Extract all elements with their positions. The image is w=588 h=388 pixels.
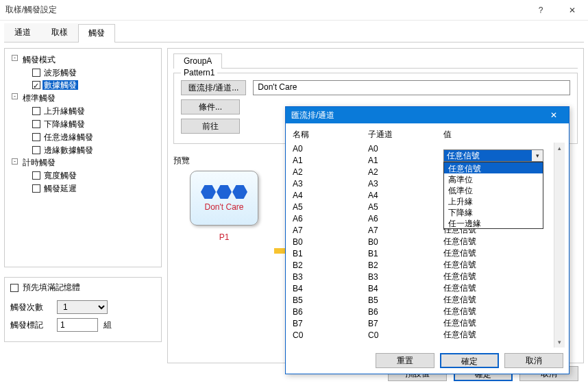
- trigger-mode-tree-panel: -觸發模式波形觸發數據觸發-標準觸發上升緣觸發下降緣觸發任意邊緣觸發邊緣數據觸發…: [4, 48, 162, 267]
- tree-group-label[interactable]: 計時觸發: [21, 158, 57, 167]
- dialog-footer: 重置 確定 取消: [286, 348, 569, 374]
- tree-expander-icon[interactable]: -: [12, 55, 18, 61]
- row-name: B6: [293, 307, 368, 317]
- bus-channel-dialog: 匯流排/通道 ✕ 名稱 子通道 值 A0A0A1A1任意信號A2A2任意信號A3…: [285, 106, 569, 374]
- bus-channel-button[interactable]: 匯流排/通道...: [181, 80, 246, 95]
- tree-item-label[interactable]: 觸發延遲: [42, 184, 78, 193]
- tree-item-label[interactable]: 數據觸發: [42, 80, 78, 90]
- dialog-cancel-button[interactable]: 取消: [504, 353, 563, 368]
- list-row[interactable]: B7B7任意信號: [290, 317, 565, 329]
- row-subchannel: B1: [368, 249, 443, 258]
- goto-button[interactable]: 前往: [181, 119, 240, 134]
- chevron-down-icon[interactable]: ▾: [532, 150, 543, 161]
- tree-item-label[interactable]: 邊緣數據觸發: [42, 145, 95, 155]
- row-value: 任意信號: [443, 294, 551, 306]
- tree-item-label[interactable]: 寬度觸發: [42, 171, 78, 180]
- dialog-titlebar[interactable]: 匯流排/通道 ✕: [286, 107, 569, 123]
- tree-item-checkbox[interactable]: [32, 146, 40, 154]
- row-subchannel: C0: [368, 330, 443, 340]
- dialog-ok-button[interactable]: 確定: [440, 353, 499, 368]
- value-combobox[interactable]: 任意信號 ▾: [443, 149, 543, 162]
- row-subchannel: A1: [368, 156, 443, 165]
- tab-trigger[interactable]: 觸發: [78, 24, 115, 43]
- row-subchannel: B4: [368, 284, 443, 293]
- tab-channel[interactable]: 通道: [4, 23, 41, 42]
- tree-item-checkbox[interactable]: [32, 120, 40, 128]
- row-name: A0: [293, 144, 368, 154]
- row-name: A5: [293, 202, 368, 212]
- dialog-title: 匯流排/通道: [291, 110, 544, 121]
- dropdown-option[interactable]: 下降緣: [444, 206, 543, 217]
- row-name: B7: [293, 319, 368, 328]
- value-dropdown-list[interactable]: 任意信號高準位低準位上升緣下降緣任一邊緣: [443, 162, 543, 229]
- row-subchannel: B2: [368, 260, 443, 270]
- list-row[interactable]: B2B2任意信號: [290, 259, 565, 271]
- window-help-button[interactable]: ?: [525, 0, 556, 21]
- dialog-close-button[interactable]: ✕: [544, 110, 563, 120]
- list-row[interactable]: B1B1任意信號: [290, 247, 565, 259]
- col-val: 值: [443, 129, 551, 141]
- tree-item-checkbox[interactable]: [32, 133, 40, 141]
- condition-button[interactable]: 條件...: [181, 99, 240, 114]
- memory-panel: 預先填滿記憶體 觸發次數 1 觸發標記 組: [4, 277, 162, 342]
- row-subchannel: B6: [368, 307, 443, 317]
- tree-item-label[interactable]: 波形觸發: [42, 68, 78, 77]
- tree-item-label[interactable]: 上升緣觸發: [42, 106, 86, 116]
- tree-group-label[interactable]: 觸發模式: [21, 55, 57, 64]
- tree-item-checkbox[interactable]: [32, 171, 40, 180]
- window-title: 取樣/觸發設定: [5, 4, 525, 16]
- dialog-scrollbar[interactable]: ▴ ▾: [554, 143, 565, 348]
- hex-icon: [217, 184, 232, 199]
- pattern-title: Pattern1: [181, 68, 217, 77]
- tree-item-checkbox[interactable]: [32, 81, 40, 89]
- row-name: A3: [293, 179, 368, 189]
- tree-item-checkbox[interactable]: [32, 184, 40, 193]
- dropdown-option[interactable]: 低準位: [444, 184, 543, 195]
- tree-item-label[interactable]: 任意邊緣觸發: [42, 132, 95, 142]
- window-close-button[interactable]: ✕: [556, 0, 588, 21]
- window-titlebar: 取樣/觸發設定 ? ✕: [0, 0, 588, 21]
- prefill-memory-label: 預先填滿記憶體: [23, 282, 80, 293]
- row-subchannel: A5: [368, 202, 443, 212]
- prefill-memory-checkbox[interactable]: [10, 284, 19, 292]
- row-value: 任意信號: [443, 271, 551, 282]
- list-row[interactable]: C0C0任意信號: [290, 329, 565, 341]
- bus-value-field[interactable]: Don't Care: [253, 80, 570, 95]
- row-name: A4: [293, 191, 368, 200]
- row-name: A2: [293, 167, 368, 177]
- dropdown-option[interactable]: 高準位: [444, 173, 543, 184]
- row-subchannel: A3: [368, 179, 443, 189]
- row-name: A7: [293, 226, 368, 235]
- tree-expander-icon[interactable]: -: [12, 93, 18, 99]
- trigger-mark-input[interactable]: [57, 318, 98, 332]
- row-subchannel: B5: [368, 295, 443, 305]
- row-value: 任意信號: [443, 306, 551, 317]
- trigger-count-select[interactable]: 1: [57, 300, 108, 314]
- dropdown-option[interactable]: 任一邊緣: [444, 217, 543, 228]
- row-value: 任意信號: [443, 236, 551, 247]
- tree-expander-icon[interactable]: -: [12, 158, 18, 165]
- list-row[interactable]: B4B4任意信號: [290, 282, 565, 294]
- list-row[interactable]: B5B5任意信號: [290, 294, 565, 306]
- scroll-down-icon[interactable]: ▾: [554, 337, 565, 348]
- tree-group-label[interactable]: 標準觸發: [21, 93, 57, 103]
- group-tab-a[interactable]: GroupA: [173, 53, 222, 69]
- row-subchannel: A4: [368, 191, 443, 200]
- dialog-list-header: 名稱 子通道 值: [290, 128, 565, 142]
- preview-card[interactable]: Don't Care: [190, 171, 258, 226]
- tree-item-checkbox[interactable]: [32, 107, 40, 115]
- tab-sampling[interactable]: 取樣: [41, 23, 78, 42]
- list-row[interactable]: B3B3任意信號: [290, 271, 565, 282]
- list-row[interactable]: B0B0任意信號: [290, 236, 565, 247]
- list-row[interactable]: B6B6任意信號: [290, 306, 565, 317]
- dialog-reset-button[interactable]: 重置: [376, 353, 434, 368]
- hex-icon-row: [201, 184, 247, 199]
- tree-item-label[interactable]: 下降緣觸發: [42, 119, 86, 129]
- trigger-count-label: 觸發次數: [10, 302, 51, 313]
- row-name: B1: [293, 249, 368, 258]
- dropdown-option[interactable]: 上升緣: [444, 195, 543, 206]
- dropdown-option[interactable]: 任意信號: [444, 162, 543, 173]
- row-value: 任意信號: [443, 282, 551, 294]
- tree-item-checkbox[interactable]: [32, 69, 40, 77]
- scroll-up-icon[interactable]: ▴: [554, 143, 565, 154]
